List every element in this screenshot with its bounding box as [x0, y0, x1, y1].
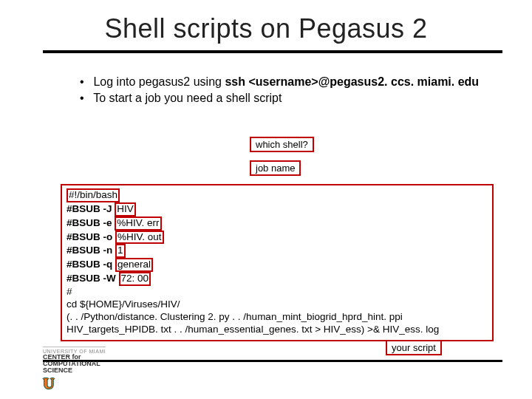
- bsub-o: #BSUB -o: [66, 231, 112, 242]
- hl-stdout: %HIV. out: [115, 231, 164, 245]
- hl-time: 72: 00: [119, 272, 151, 286]
- um-logo-icon: U: [43, 375, 106, 392]
- bsub-n: #BSUB -n: [66, 245, 112, 256]
- bullet-1-text: Log into pegasus2 using: [93, 75, 225, 88]
- code-cd: cd ${HOME}/Viruses/HIV/: [66, 299, 488, 311]
- title-rule: [43, 50, 502, 53]
- hl-shebang: #!/bin/bash: [66, 188, 120, 202]
- ccs-text: UNIVERSITY OF MIAMI CENTER for COMPUTATI…: [43, 347, 106, 374]
- bsub-W: #BSUB -W: [66, 273, 116, 284]
- hl-stderr: %HIV. err: [115, 216, 161, 231]
- bsub-e: #BSUB -e: [66, 217, 112, 228]
- bsub-J: #BSUB -J: [66, 203, 112, 214]
- bullet-list: • Log into pegasus2 using ssh <username>…: [80, 74, 479, 106]
- hl-queue: general: [115, 258, 153, 272]
- bottom-rule: [43, 360, 502, 362]
- ccs-l2c: SCIENCE: [43, 366, 72, 374]
- callout-which-shell: which shell?: [250, 137, 314, 152]
- bullet-1: • Log into pegasus2 using ssh <username>…: [80, 74, 479, 90]
- footer: UNIVERSITY OF MIAMI CENTER for COMPUTATI…: [43, 347, 106, 392]
- hl-cores: 1: [115, 244, 126, 258]
- hl-jobname: HIV: [115, 202, 136, 216]
- slide-title: Shell scripts on Pegasus 2: [0, 13, 532, 44]
- bullet-1-bold: ssh <username>@pegasus2. ccs. miami. edu: [225, 75, 479, 88]
- bullet-2: • To start a job you need a shell script: [80, 90, 479, 106]
- code-hash: #: [66, 286, 488, 299]
- callout-job-name: job name: [250, 160, 301, 176]
- code-command: (. . /Python/distance. Clustering 2. py …: [66, 311, 488, 336]
- callout-your-script: your script: [386, 340, 442, 355]
- shell-script-box: #!/bin/bash #BSUB -J HIV #BSUB -e %HIV. …: [61, 184, 494, 341]
- bsub-q: #BSUB -q: [66, 259, 112, 270]
- bullet-2-text: To start a job you need a shell script: [93, 92, 282, 104]
